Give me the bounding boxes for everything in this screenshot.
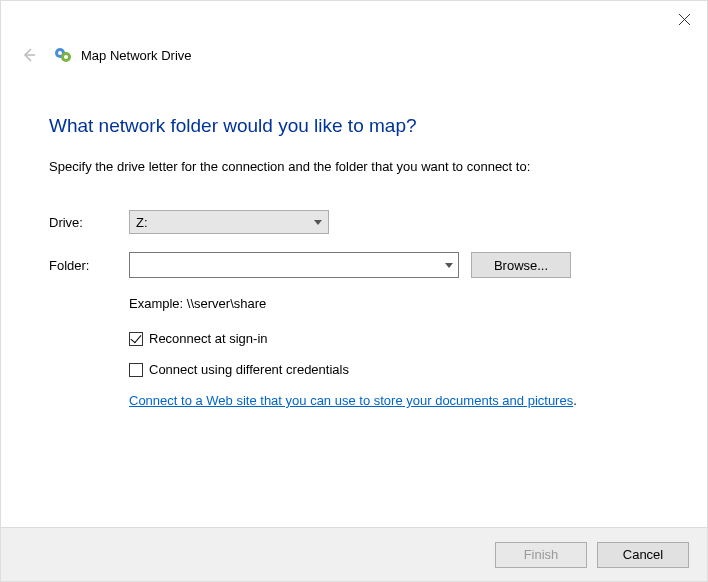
svg-point-5 — [58, 51, 62, 55]
page-heading: What network folder would you like to ma… — [49, 115, 659, 137]
folder-row: Folder: Browse... — [49, 252, 659, 278]
finish-button: Finish — [495, 542, 587, 568]
close-button[interactable] — [661, 3, 707, 35]
credentials-label: Connect using different credentials — [149, 362, 349, 377]
website-link-line: Connect to a Web site that you can use t… — [129, 393, 659, 408]
svg-point-6 — [64, 55, 68, 59]
link-suffix: . — [573, 393, 577, 408]
cancel-button[interactable]: Cancel — [597, 542, 689, 568]
back-button — [17, 43, 41, 67]
header: Map Network Drive — [1, 37, 707, 75]
content-area: What network folder would you like to ma… — [1, 75, 707, 418]
credentials-checkbox[interactable] — [129, 363, 143, 377]
folder-label: Folder: — [49, 258, 129, 273]
network-drive-icon — [53, 45, 73, 65]
drive-row: Drive: Z: — [49, 210, 659, 234]
chevron-down-icon — [314, 220, 322, 225]
drive-label: Drive: — [49, 215, 129, 230]
reconnect-label: Reconnect at sign-in — [149, 331, 268, 346]
back-arrow-icon — [20, 46, 38, 64]
drive-select-value: Z: — [136, 215, 148, 230]
connect-website-link[interactable]: Connect to a Web site that you can use t… — [129, 393, 573, 408]
titlebar — [1, 1, 707, 37]
browse-button[interactable]: Browse... — [471, 252, 571, 278]
map-network-drive-dialog: Map Network Drive What network folder wo… — [0, 0, 708, 582]
options-block: Example: \\server\share Reconnect at sig… — [129, 296, 659, 408]
reconnect-row: Reconnect at sign-in — [129, 331, 659, 346]
reconnect-checkbox[interactable] — [129, 332, 143, 346]
example-text: Example: \\server\share — [129, 296, 659, 311]
page-subtext: Specify the drive letter for the connect… — [49, 159, 659, 174]
folder-combobox[interactable] — [129, 252, 459, 278]
footer: Finish Cancel — [1, 527, 707, 581]
window-title: Map Network Drive — [81, 48, 192, 63]
folder-input[interactable] — [130, 253, 440, 277]
chevron-down-icon — [445, 263, 453, 268]
folder-dropdown-button[interactable] — [440, 253, 458, 277]
close-icon — [679, 14, 690, 25]
drive-select[interactable]: Z: — [129, 210, 329, 234]
credentials-row: Connect using different credentials — [129, 362, 659, 377]
